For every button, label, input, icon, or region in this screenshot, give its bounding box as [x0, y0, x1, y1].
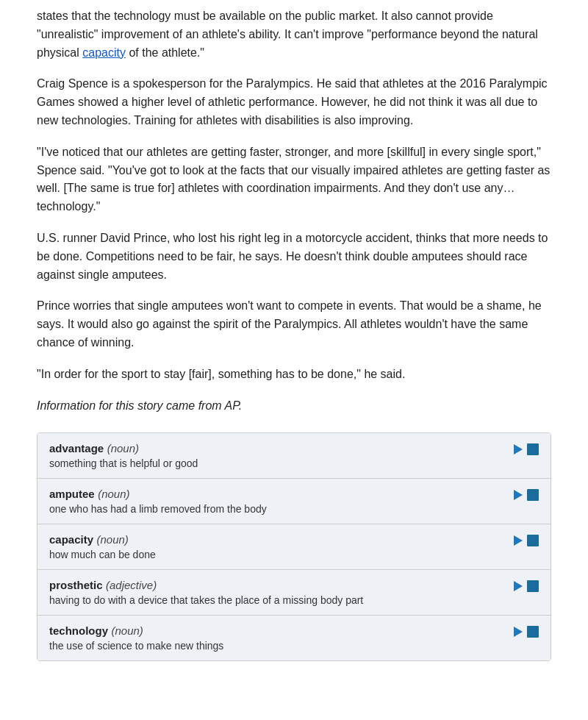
play-icon-amputee[interactable] [514, 490, 523, 500]
vocab-def-capacity: how much can be done [49, 549, 505, 560]
stop-icon-amputee[interactable] [527, 489, 539, 501]
vocab-pos-capacity: (noun) [97, 533, 129, 546]
vocab-item-capacity: capacity (noun) how much can be done [37, 524, 551, 570]
vocab-item-advantage: advantage (noun) something that is helpf… [37, 433, 551, 479]
vocab-controls-prosthetic[interactable] [514, 580, 539, 592]
stop-icon-capacity[interactable] [527, 535, 539, 546]
vocab-text-amputee: amputee (noun) one who has had a limb re… [49, 488, 505, 515]
vocab-def-technology: the use of science to make new things [49, 640, 505, 652]
play-icon-advantage[interactable] [514, 444, 523, 455]
vocab-item-amputee: amputee (noun) one who has had a limb re… [37, 479, 551, 524]
play-icon-prosthetic[interactable] [514, 581, 523, 591]
vocab-pos-prosthetic: (adjective) [106, 579, 157, 591]
vocab-item-prosthetic: prosthetic (adjective) having to do with… [37, 570, 551, 616]
vocab-text-advantage: advantage (noun) something that is helpf… [49, 442, 505, 469]
vocab-pos-advantage-label: (noun) [107, 442, 139, 455]
paragraph-2: Craig Spence is a spokesperson for the P… [37, 75, 551, 129]
vocab-item-technology: technology (noun) the use of science to … [37, 616, 551, 660]
paragraph-1: states that the technology must be avail… [37, 7, 551, 62]
vocab-word-capacity: capacity [49, 533, 93, 546]
article-content: states that the technology must be avail… [0, 0, 588, 676]
vocab-word-prosthetic: prosthetic [49, 579, 103, 591]
stop-icon-prosthetic[interactable] [527, 580, 539, 592]
vocab-controls-amputee[interactable] [514, 489, 539, 501]
vocab-def-advantage: something that is helpful or good [49, 457, 505, 469]
vocab-word-technology: technology [49, 624, 108, 637]
capacity-link[interactable]: capacity [82, 46, 126, 59]
paragraph-3: "I've noticed that our athletes are gett… [37, 143, 551, 216]
paragraph-6: "In order for the sport to stay [fair], … [37, 366, 551, 384]
stop-icon-advantage[interactable] [527, 443, 539, 455]
vocab-pos-technology: (noun) [111, 624, 143, 637]
play-icon-capacity[interactable] [514, 535, 523, 546]
vocab-def-amputee: one who has had a limb removed from the … [49, 503, 505, 515]
play-icon-technology[interactable] [514, 627, 523, 637]
paragraph-4: U.S. runner David Prince, who lost his r… [37, 229, 551, 284]
vocab-text-capacity: capacity (noun) how much can be done [49, 533, 505, 560]
stop-icon-technology[interactable] [527, 626, 539, 638]
vocab-controls-technology[interactable] [514, 626, 539, 638]
vocab-text-technology: technology (noun) the use of science to … [49, 624, 505, 652]
paragraph-5: Prince worries that single amputees won'… [37, 297, 551, 352]
vocabulary-section: advantage (noun) something that is helpf… [37, 432, 551, 661]
vocab-def-prosthetic: having to do with a device that takes th… [49, 594, 505, 606]
vocab-word-amputee: amputee [49, 488, 95, 500]
vocab-text-prosthetic: prosthetic (adjective) having to do with… [49, 579, 505, 606]
vocab-controls-capacity[interactable] [514, 535, 539, 546]
article-source-note: Information for this story came from AP. [37, 397, 551, 416]
vocab-word-advantage: advantage [49, 442, 104, 455]
vocab-controls-advantage[interactable] [514, 443, 539, 455]
vocab-pos-amputee: (noun) [98, 488, 129, 500]
